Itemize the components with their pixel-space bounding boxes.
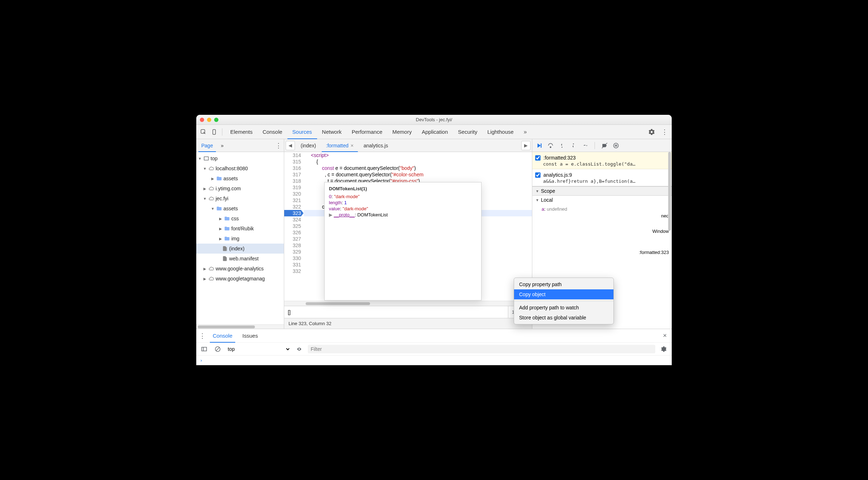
- resume-icon[interactable]: [535, 142, 543, 150]
- console-prompt[interactable]: ›: [196, 356, 672, 365]
- ctx-store-global[interactable]: Store object as global variable: [514, 313, 613, 323]
- pause-on-exceptions-icon[interactable]: [612, 142, 620, 150]
- breakpoint-code: const a = e.classList.toggle("da…: [535, 161, 669, 167]
- tab-performance[interactable]: Performance: [347, 125, 388, 139]
- deactivate-breakpoints-icon[interactable]: [601, 142, 608, 150]
- tab-sources[interactable]: Sources: [287, 125, 317, 139]
- context-menu[interactable]: Copy property path Copy object Add prope…: [514, 278, 614, 324]
- breakpoint-label[interactable]: analytics.js:9: [543, 172, 572, 178]
- file-tab-index[interactable]: (index): [296, 139, 320, 152]
- navigator-hscrollbar[interactable]: [196, 324, 284, 329]
- svg-point-6: [573, 143, 574, 145]
- scope-local-header[interactable]: ▼Local: [532, 196, 672, 204]
- separator: [595, 142, 595, 149]
- navigator-more-icon[interactable]: ⋮: [275, 142, 282, 150]
- tree-file-selected[interactable]: (index): [229, 246, 245, 251]
- ctx-separator: [514, 301, 613, 301]
- drawer-tab-console[interactable]: Console: [210, 329, 235, 343]
- right-vscrollbar[interactable]: [668, 152, 671, 329]
- callstack-ref[interactable]: :formatted:323: [535, 249, 669, 256]
- scope-header[interactable]: ▼Scope: [532, 186, 672, 196]
- scope-global[interactable]: Window: [535, 228, 669, 235]
- tooltip-prop[interactable]: value: "dark-mode": [329, 206, 477, 212]
- breakpoint-row[interactable]: :formatted:323: [535, 154, 669, 161]
- console-drawer: ⋮ Console Issues × top ›: [196, 329, 672, 365]
- tab-application[interactable]: Application: [417, 125, 453, 139]
- step-out-icon[interactable]: [569, 142, 577, 150]
- scope-var-truncated: ned: [535, 212, 669, 219]
- more-icon[interactable]: ⋮: [660, 127, 670, 137]
- tree-folder[interactable]: font/Rubik: [231, 226, 254, 231]
- tab-lighthouse[interactable]: Lighthouse: [482, 125, 518, 139]
- navigator-tabs-overflow-icon[interactable]: »: [218, 139, 227, 152]
- breakpoint-row[interactable]: analytics.js:9: [535, 171, 669, 178]
- ctx-copy-object[interactable]: Copy object: [514, 289, 613, 299]
- tab-console[interactable]: Console: [258, 125, 287, 139]
- tree-domain[interactable]: www.google-analytics: [216, 266, 264, 271]
- navigator-tab-page[interactable]: Page: [198, 139, 216, 152]
- file-icon: [222, 246, 228, 251]
- drawer-more-icon[interactable]: ⋮: [199, 332, 206, 340]
- file-tree[interactable]: ▼top ▼localhost:8080 ▶assets ▶i.ytimg.co…: [196, 152, 284, 324]
- tab-security[interactable]: Security: [453, 125, 482, 139]
- ctx-copy-property-path[interactable]: Copy property path: [514, 279, 613, 289]
- breakpoint-label[interactable]: :formatted:323: [543, 155, 576, 161]
- tab-network[interactable]: Network: [317, 125, 347, 139]
- drawer-tab-issues[interactable]: Issues: [240, 329, 261, 343]
- live-expression-icon[interactable]: [294, 344, 304, 354]
- tree-domain[interactable]: localhost:8080: [216, 166, 248, 171]
- file-tab-analytics[interactable]: analytics.js: [359, 139, 392, 152]
- cloud-icon: [208, 266, 214, 271]
- tree-domain[interactable]: i.ytimg.com: [216, 186, 241, 191]
- inspect-icon[interactable]: [198, 127, 208, 137]
- console-sidebar-toggle-icon[interactable]: [199, 344, 209, 354]
- close-tab-icon[interactable]: ×: [351, 143, 354, 148]
- step-into-icon[interactable]: [558, 142, 566, 150]
- drawer-close-icon[interactable]: ×: [661, 332, 669, 339]
- tree-file[interactable]: web.manifest: [229, 256, 258, 261]
- step-icon[interactable]: [581, 142, 589, 150]
- tree-root[interactable]: top: [211, 156, 217, 161]
- file-icon: [222, 256, 228, 261]
- tooltip-prop[interactable]: length: 1: [329, 200, 477, 206]
- drawer-tabs: ⋮ Console Issues ×: [196, 329, 672, 343]
- tree-domain[interactable]: www.googletagmanag: [216, 276, 265, 281]
- tab-elements[interactable]: Elements: [225, 125, 258, 139]
- step-over-icon[interactable]: [547, 142, 554, 150]
- find-bar: 1 match: [284, 306, 532, 318]
- cloud-icon: [208, 186, 214, 191]
- tooltip-prop[interactable]: 0: "dark-mode": [329, 194, 477, 200]
- breakpoint-checkbox[interactable]: [535, 172, 541, 178]
- tree-domain[interactable]: jec.fyi: [216, 196, 228, 201]
- ctx-add-to-watch[interactable]: Add property path to watch: [514, 303, 613, 313]
- breakpoint-checkbox[interactable]: [535, 155, 541, 161]
- find-input[interactable]: [284, 309, 508, 315]
- console-settings-icon[interactable]: [659, 344, 669, 354]
- folder-icon: [216, 206, 222, 211]
- window-title: DevTools - jec.fyi/: [196, 117, 672, 122]
- tabs-overflow-icon[interactable]: »: [519, 125, 532, 139]
- console-filter-input[interactable]: [308, 345, 655, 353]
- device-toggle-icon[interactable]: [209, 127, 219, 137]
- separator: [222, 128, 222, 136]
- clear-console-icon[interactable]: [213, 344, 223, 354]
- editor-tabs: ◀ (index) :formatted× analytics.js ▶: [284, 139, 532, 152]
- nav-forward-icon[interactable]: ▶: [521, 141, 531, 150]
- context-selector[interactable]: top: [226, 346, 291, 352]
- editor-hscrollbar[interactable]: [284, 301, 532, 306]
- console-toolbar: top: [196, 343, 672, 356]
- svg-point-4: [550, 147, 551, 148]
- tree-folder[interactable]: img: [231, 236, 240, 241]
- settings-icon[interactable]: [647, 127, 657, 137]
- titlebar: DevTools - jec.fyi/: [196, 115, 672, 125]
- nav-back-icon[interactable]: ◀: [286, 141, 295, 150]
- file-tab-formatted[interactable]: :formatted×: [322, 139, 358, 152]
- panel-tabs: Elements Console Sources Network Perform…: [225, 125, 646, 139]
- tree-folder[interactable]: assets: [223, 176, 238, 181]
- tab-memory[interactable]: Memory: [388, 125, 417, 139]
- tooltip-proto[interactable]: ▶ __proto__: DOMTokenList: [329, 212, 477, 218]
- scope-var[interactable]: a: undefined: [535, 206, 669, 212]
- tree-folder[interactable]: css: [231, 216, 239, 221]
- object-inspector-tooltip[interactable]: DOMTokenList(1) 0: "dark-mode" length: 1…: [324, 182, 482, 300]
- tree-folder[interactable]: assets: [223, 206, 238, 211]
